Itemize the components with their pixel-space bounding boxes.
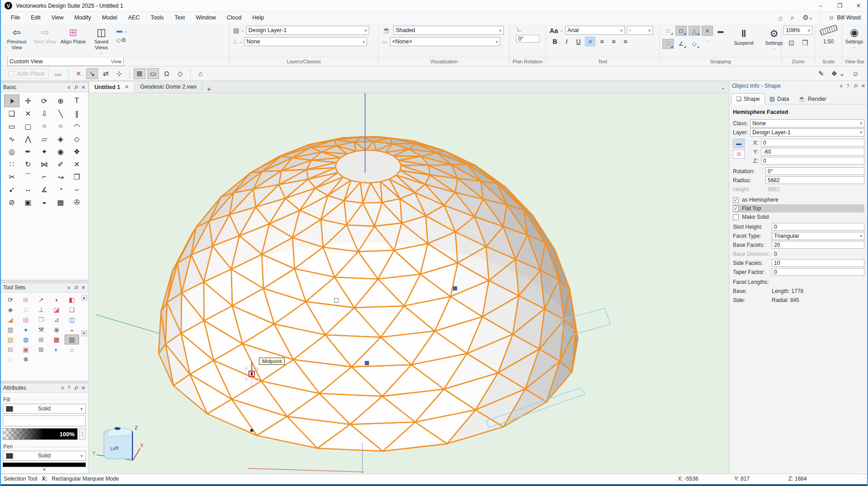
zoom-level-dropdown[interactable]: 108% bbox=[784, 26, 812, 35]
class-dropdown[interactable]: None bbox=[244, 37, 367, 46]
make-solid-checkbox[interactable]: Make Solid bbox=[733, 213, 864, 221]
opacity-options-button[interactable]: ⋮ bbox=[79, 428, 86, 440]
x-input[interactable] bbox=[761, 139, 864, 146]
snap-to-tangent-icon[interactable]: ⌒ bbox=[702, 39, 713, 49]
close-icon[interactable]: ✕ bbox=[861, 83, 865, 89]
polyline-tool[interactable]: ⋀ bbox=[20, 132, 36, 145]
diameter-dimension-tool[interactable]: ⊘ bbox=[4, 196, 19, 208]
frame-tool[interactable]: ⊠ bbox=[34, 344, 48, 354]
3d-polygon-tool[interactable]: ◈ bbox=[53, 132, 68, 145]
attributes-expand-icon[interactable]: ▼ bbox=[0, 467, 88, 472]
close-icon[interactable]: ✕ bbox=[81, 285, 85, 291]
menu-cloud[interactable]: Cloud bbox=[221, 13, 247, 23]
texture-tool[interactable]: ◍ bbox=[19, 335, 33, 344]
cross-tool[interactable]: ✕ bbox=[20, 107, 36, 120]
table-tool[interactable]: ▣ bbox=[19, 344, 33, 354]
ellipse-tool[interactable]: ○ bbox=[53, 120, 68, 132]
spiral-tool[interactable]: ◎ bbox=[4, 145, 19, 158]
menu-modify[interactable]: Modify bbox=[69, 13, 97, 23]
scroll-down-icon[interactable]: ▼ bbox=[81, 330, 87, 336]
polygon-marquee-mode[interactable]: ◇ bbox=[174, 68, 186, 79]
grid-tool[interactable]: ⊞ bbox=[34, 335, 48, 344]
quick-preferences-icon[interactable]: ✎ bbox=[818, 70, 824, 78]
taper-factor-input[interactable] bbox=[772, 268, 864, 276]
text-format-icon[interactable]: Aa bbox=[549, 27, 558, 34]
panel-menu-icon[interactable]: ≡ bbox=[840, 83, 842, 89]
menu-tools[interactable]: Tools bbox=[145, 13, 169, 23]
close-icon[interactable]: ✕ bbox=[81, 85, 85, 90]
snap-to-distance-icon[interactable]: ◇ bbox=[689, 39, 700, 49]
roof-face-tool[interactable]: ⊿ bbox=[49, 315, 64, 325]
class-dropdown[interactable]: None bbox=[750, 119, 864, 127]
pipe-tool[interactable]: ◌ bbox=[3, 354, 18, 364]
layer-plane-icon[interactable]: ⊞ bbox=[733, 150, 745, 159]
menu-file[interactable]: File bbox=[5, 13, 25, 23]
tab-geodesic-dome[interactable]: Geodesic Dome 2.vwx bbox=[135, 81, 202, 93]
pin-icon[interactable]: ⚲ bbox=[72, 284, 79, 291]
scale-value[interactable]: 1:50 bbox=[815, 38, 842, 45]
rotate-tool[interactable]: ↻ bbox=[20, 158, 36, 170]
regular-polygon-tool[interactable]: ◇ bbox=[69, 132, 84, 145]
menu-model[interactable]: Model bbox=[96, 13, 122, 23]
trim-tool[interactable]: ✕ bbox=[69, 158, 84, 170]
object-info-header[interactable]: Object Info - Shape ≡ ? ⚲ ✕ bbox=[729, 81, 868, 91]
close-button[interactable]: ✕ bbox=[849, 0, 868, 11]
surface-tool[interactable]: ◪ bbox=[49, 305, 64, 315]
layer-dropdown[interactable]: Design Layer-1 bbox=[246, 26, 369, 35]
rectangular-marquee-mode[interactable]: ▭ bbox=[147, 68, 159, 79]
fit-objects-icon[interactable]: ❐ bbox=[800, 38, 811, 48]
loft-tool[interactable]: ◉ bbox=[49, 325, 64, 335]
help-icon[interactable]: ? bbox=[847, 83, 849, 89]
sphere-tool[interactable]: ◗ bbox=[49, 295, 64, 305]
dimension-tool[interactable]: ↔ bbox=[20, 183, 36, 196]
flyover-tool[interactable]: ⟳ bbox=[37, 94, 52, 107]
saved-views-button[interactable]: ◫Saved Views⌄ bbox=[88, 24, 114, 55]
font-size-dropdown[interactable]: - bbox=[627, 26, 653, 35]
text-tool[interactable]: T bbox=[69, 94, 84, 107]
window-tool[interactable]: ◫ bbox=[65, 315, 79, 325]
attributes-palette-header[interactable]: Attributes ≡ ? ⚲ ✕ bbox=[0, 383, 88, 393]
y-input[interactable] bbox=[761, 148, 864, 156]
italic-button[interactable]: I bbox=[561, 37, 572, 47]
next-view-button[interactable]: ⇨Next View bbox=[32, 24, 58, 45]
suspend-snapping-button[interactable]: ‖Suspend bbox=[732, 26, 756, 51]
user-account[interactable]: ☺ Bill Wood bbox=[829, 14, 861, 21]
hemisphere-tool[interactable]: ◧ bbox=[65, 295, 79, 305]
pen-color-bar[interactable] bbox=[3, 462, 86, 467]
palette-menu-icon[interactable]: ≡ bbox=[61, 385, 64, 391]
pen-style-dropdown[interactable]: Solid bbox=[3, 451, 86, 461]
working-plane-tool[interactable]: ⊞ bbox=[19, 295, 33, 305]
shell-solid-tool[interactable]: ◒ bbox=[65, 325, 79, 335]
palette-menu-icon[interactable]: ≡ bbox=[67, 285, 70, 291]
view-organization-icon[interactable]: ❖ ⌄ bbox=[831, 70, 845, 78]
align-center-button[interactable]: ≡ bbox=[596, 37, 607, 47]
rectangle-tool[interactable]: ▭ bbox=[4, 120, 19, 132]
zoom-tool[interactable]: ⊕ bbox=[53, 94, 68, 107]
tab-overflow-icon[interactable]: ⌄ bbox=[717, 85, 729, 93]
palette-menu-icon[interactable]: ≡ bbox=[67, 85, 70, 90]
radial-dimension-tool[interactable]: ◔ bbox=[53, 183, 68, 196]
rounded-rectangle-tool[interactable]: ▢ bbox=[20, 120, 36, 132]
reshape-tool[interactable]: ∷ bbox=[4, 158, 19, 170]
menu-text[interactable]: Text bbox=[169, 13, 190, 23]
font-dropdown[interactable]: Arial bbox=[565, 26, 625, 35]
as-hemisphere-checkbox[interactable]: ✓ as Hemisphere bbox=[733, 196, 864, 204]
camera-tool[interactable]: ▦ bbox=[49, 335, 64, 344]
snap-to-smart-point-icon[interactable]: ∴ bbox=[662, 39, 674, 49]
radius-input[interactable] bbox=[765, 176, 864, 184]
polygon-tool[interactable]: ▱ bbox=[37, 132, 52, 145]
interactive-scaling-mode[interactable]: ⊠ bbox=[134, 68, 145, 79]
spotlight-tool[interactable]: ✽ bbox=[19, 354, 33, 364]
user-avatar-icon[interactable]: ☺ bbox=[852, 70, 859, 77]
select-similar-tool[interactable]: ◉ bbox=[53, 145, 68, 158]
pan-tool[interactable]: ✛ bbox=[20, 94, 36, 107]
mirror-tool[interactable]: ⋈ bbox=[37, 158, 52, 170]
chamfer-tool[interactable]: ⌐ bbox=[37, 170, 52, 183]
tool-sets-palette-header[interactable]: Tool Sets ≡ ⚲ ✕ bbox=[0, 283, 88, 293]
render-mode-icon[interactable]: ☕ bbox=[382, 26, 391, 34]
arc-tool[interactable]: ◠ bbox=[69, 120, 84, 132]
snap-to-grid-icon[interactable]: ∷ bbox=[662, 26, 674, 36]
building-section-mode[interactable]: ⌂ bbox=[195, 68, 206, 79]
tape-measure-tool[interactable]: ▣ bbox=[20, 196, 36, 208]
locus-3d-tool[interactable]: ⊥ bbox=[34, 305, 48, 315]
